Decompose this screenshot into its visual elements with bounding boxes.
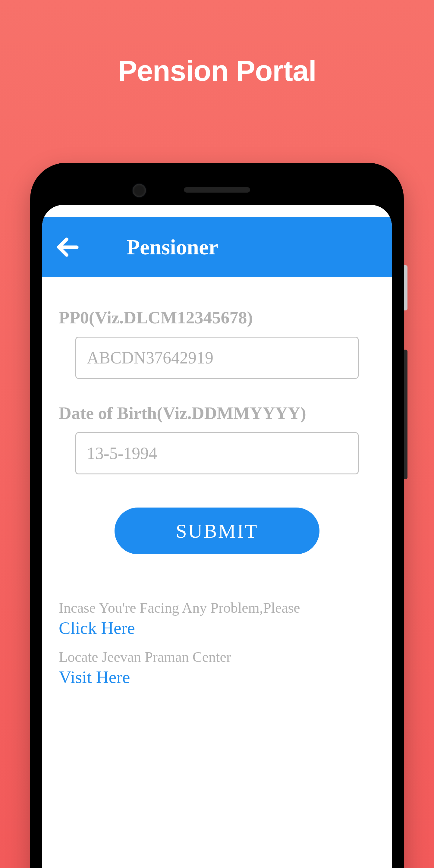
pensioner-form: PP0(Viz.DLCM12345678) Date of Birth(Viz.… (42, 277, 392, 687)
locate-center-text: Locate Jeevan Praman Center (59, 649, 375, 665)
dob-input[interactable] (75, 432, 359, 474)
help-section: Incase You're Facing Any Problem,Please … (59, 599, 375, 687)
submit-button[interactable]: SUBMIT (115, 507, 319, 554)
header-title: Pensioner (127, 235, 218, 260)
locate-center-link[interactable]: Visit Here (59, 667, 375, 687)
phone-side-button-power (404, 265, 407, 310)
dob-label: Date of Birth(Viz.DDMMYYYY) (59, 403, 375, 423)
problem-help-link[interactable]: Click Here (59, 618, 375, 638)
phone-camera-icon (133, 184, 146, 197)
phone-frame: Pensioner PP0(Viz.DLCM12345678) Date of … (30, 163, 404, 868)
problem-help-text: Incase You're Facing Any Problem,Please (59, 599, 375, 616)
phone-speaker-icon (184, 187, 250, 193)
back-arrow-icon[interactable] (54, 234, 90, 261)
status-bar-space (42, 205, 392, 217)
phone-side-button-volume (404, 350, 407, 479)
ppo-label: PP0(Viz.DLCM12345678) (59, 307, 375, 328)
app-header: Pensioner (42, 217, 392, 277)
ppo-input[interactable] (75, 337, 359, 379)
phone-notch (42, 175, 392, 205)
phone-screen: Pensioner PP0(Viz.DLCM12345678) Date of … (42, 205, 392, 868)
page-title: Pension Portal (0, 54, 434, 87)
